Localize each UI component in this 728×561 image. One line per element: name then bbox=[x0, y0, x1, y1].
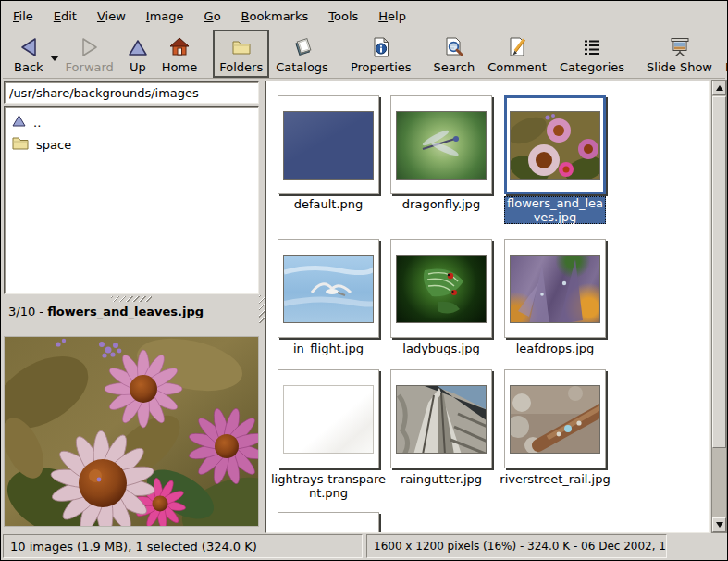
thumbnail-partial[interactable] bbox=[278, 512, 379, 533]
back-history-dropdown[interactable] bbox=[50, 39, 59, 78]
image-position-status: 3/10 - flowers_and_leaves.jpg bbox=[8, 305, 254, 323]
thumbnail-label-selected[interactable]: flowers_and_leaves.jpg bbox=[504, 196, 606, 224]
forward-button[interactable]: Forward bbox=[59, 30, 120, 78]
menu-bookmarks[interactable]: Bookmarks bbox=[231, 5, 319, 28]
thumbnail-in-flight[interactable] bbox=[278, 239, 379, 338]
image-preview bbox=[4, 336, 259, 527]
menu-image[interactable]: Image bbox=[136, 5, 194, 28]
categories-button[interactable]: Categories bbox=[553, 30, 631, 78]
comment-pencil-icon bbox=[506, 35, 528, 59]
thumbnail-label[interactable]: dragonfly.jpg bbox=[384, 197, 499, 211]
folder-item-space[interactable]: space bbox=[6, 133, 256, 156]
folder-icon bbox=[230, 35, 253, 59]
folders-button[interactable]: Folders bbox=[213, 30, 269, 78]
catalogs-button[interactable]: Catalogs bbox=[269, 30, 335, 78]
thumbnail-label[interactable]: riverstreet_rail.jpg bbox=[498, 472, 612, 486]
search-button[interactable]: Search bbox=[427, 30, 482, 78]
up-directory-icon bbox=[12, 115, 26, 130]
back-icon bbox=[18, 35, 40, 59]
comment-button[interactable]: Comment bbox=[481, 30, 553, 78]
sidebar: .. space 3/10 - flowers_and_leaves.jpg bbox=[4, 81, 259, 533]
thumb-image bbox=[510, 385, 600, 454]
menu-edit[interactable]: Edit bbox=[43, 5, 87, 28]
scroll-down-button[interactable] bbox=[712, 517, 726, 532]
search-icon bbox=[443, 35, 465, 59]
menu-file[interactable]: File bbox=[3, 5, 43, 28]
projector-screen-icon bbox=[669, 35, 691, 59]
scroll-up-button[interactable] bbox=[712, 81, 726, 95]
menu-go[interactable]: Go bbox=[194, 5, 231, 28]
statusbar-image-info: 1600 x 1200 pixels (16%) - 324.0 K - 06 … bbox=[366, 534, 667, 558]
slideshow-button[interactable]: Slide Show bbox=[640, 30, 719, 78]
arrow-up-icon bbox=[716, 85, 723, 91]
forward-icon bbox=[79, 35, 101, 59]
thumbnail-ladybugs[interactable] bbox=[390, 239, 492, 338]
thumbnail-raingutter[interactable] bbox=[390, 369, 492, 468]
thumb-image bbox=[510, 111, 600, 180]
up-icon bbox=[127, 35, 149, 59]
thumbnail-browser: default.png dragonfly.jpg bbox=[265, 81, 710, 533]
chevron-down-icon bbox=[50, 56, 59, 61]
thumb-image bbox=[283, 385, 374, 454]
splitter-grip bbox=[111, 296, 152, 302]
thumbnail-lightrays[interactable] bbox=[278, 369, 379, 468]
horizontal-splitter[interactable] bbox=[4, 295, 259, 303]
fullscreen-button[interactable]: Full Screen bbox=[719, 30, 728, 78]
splitter-grip bbox=[259, 295, 265, 323]
folder-icon bbox=[12, 136, 29, 153]
home-button[interactable]: Home bbox=[155, 30, 204, 78]
menubar: File Edit View Image Go Bookmarks Tools … bbox=[3, 3, 725, 29]
location-input[interactable] bbox=[4, 81, 259, 104]
statusbar-files-info: 10 images (1.9 MB), 1 selected (324.0 K) bbox=[3, 534, 363, 558]
gthumb-window: File Edit View Image Go Bookmarks Tools … bbox=[0, 0, 728, 561]
thumbnail-label[interactable]: leafdrops.jpg bbox=[498, 342, 612, 355]
thumb-image bbox=[396, 255, 487, 323]
scrollbar-thumb[interactable] bbox=[712, 96, 726, 448]
thumb-image bbox=[510, 255, 600, 323]
arrow-down-icon bbox=[716, 522, 723, 528]
thumb-image bbox=[283, 255, 374, 323]
book-icon bbox=[291, 35, 314, 59]
thumbnail-default[interactable] bbox=[278, 95, 379, 194]
statusbar-filler bbox=[671, 534, 725, 558]
thumbnail-flowers-selected[interactable] bbox=[504, 95, 606, 194]
thumbnail-label[interactable]: default.png bbox=[271, 197, 386, 211]
thumb-image bbox=[396, 385, 487, 454]
back-button[interactable]: Back bbox=[7, 30, 50, 78]
up-button[interactable]: Up bbox=[120, 30, 155, 78]
vertical-scrollbar[interactable] bbox=[711, 80, 727, 533]
thumbnail-label[interactable]: raingutter.jpg bbox=[384, 472, 499, 486]
thumbnail-riverstreet-rail[interactable] bbox=[504, 369, 606, 468]
thumbnail-label[interactable]: lightrays-transparent.png bbox=[271, 472, 386, 500]
folder-list: .. space bbox=[4, 106, 259, 294]
folder-item-parent[interactable]: .. bbox=[6, 111, 256, 133]
menu-tools[interactable]: Tools bbox=[318, 5, 368, 28]
thumbnail-dragonfly[interactable] bbox=[390, 95, 492, 194]
thumbnail-leafdrops[interactable] bbox=[504, 239, 606, 338]
thumbnail-label[interactable]: in_flight.jpg bbox=[271, 342, 386, 355]
statusbar: 10 images (1.9 MB), 1 selected (324.0 K)… bbox=[3, 534, 725, 558]
thumb-image bbox=[283, 111, 374, 180]
vertical-splitter[interactable] bbox=[259, 81, 265, 533]
info-document-icon bbox=[370, 35, 392, 59]
menu-help[interactable]: Help bbox=[368, 5, 416, 28]
current-filename: flowers_and_leaves.jpg bbox=[47, 305, 204, 318]
thumbnail-label[interactable]: ladybugs.jpg bbox=[384, 342, 499, 355]
home-icon bbox=[168, 35, 191, 59]
toolbar: Back Forward Up Home bbox=[3, 30, 725, 79]
thumb-image bbox=[396, 111, 487, 180]
properties-button[interactable]: Properties bbox=[344, 30, 418, 78]
menu-view[interactable]: View bbox=[87, 5, 136, 28]
list-icon bbox=[581, 35, 603, 59]
